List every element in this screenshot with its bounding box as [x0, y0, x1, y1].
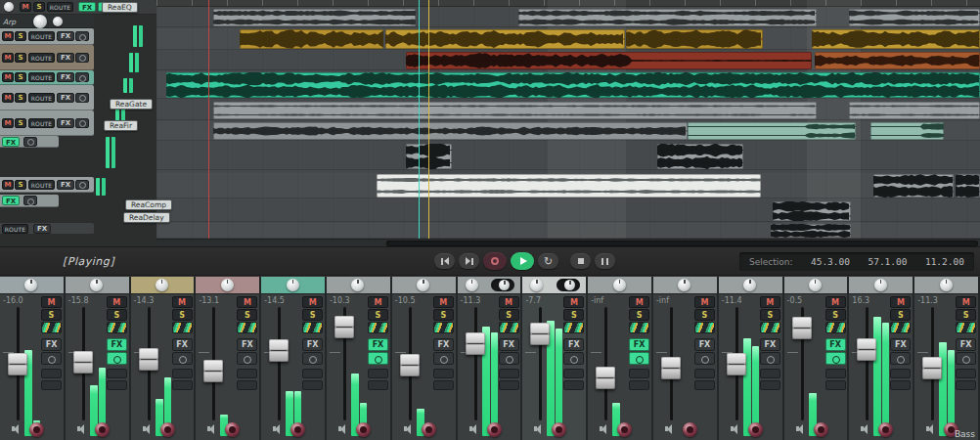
route-button[interactable]: ROUTE	[28, 72, 55, 82]
fx-button[interactable]: FX	[302, 338, 323, 351]
fx-bypass-button[interactable]	[75, 93, 89, 103]
pan-knob[interactable]	[678, 279, 690, 291]
speaker-icon[interactable]	[404, 426, 407, 431]
mute-button[interactable]: M	[2, 180, 14, 190]
speaker-icon[interactable]	[665, 426, 668, 431]
fader-track[interactable]	[474, 307, 477, 420]
fx-bypass-button[interactable]	[75, 31, 89, 41]
selection-start[interactable]: 45.3.00	[811, 256, 850, 267]
solo-button[interactable]: S	[368, 309, 388, 321]
solo-button[interactable]: S	[41, 309, 62, 321]
mute-button[interactable]: M	[890, 296, 911, 308]
record-arm-button[interactable]	[225, 422, 240, 437]
mute-button[interactable]: M	[2, 93, 14, 103]
record-arm-button[interactable]	[552, 422, 566, 437]
tcp-row[interactable]: MSROUTEFX	[0, 85, 94, 110]
fx-bypass-button[interactable]	[172, 352, 193, 365]
phase-button[interactable]	[825, 380, 846, 390]
fx-button[interactable]: FX	[956, 338, 976, 351]
fx-bypass-button[interactable]	[629, 352, 649, 365]
audio-clip[interactable]	[870, 122, 944, 140]
solo-button[interactable]: S	[33, 2, 45, 12]
env-button[interactable]	[890, 369, 911, 378]
solo-button[interactable]: S	[15, 180, 26, 190]
speaker-icon[interactable]	[77, 426, 80, 431]
mute-button[interactable]: M	[2, 118, 14, 128]
audio-clip[interactable]	[771, 224, 851, 238]
fx-bypass-button[interactable]	[368, 352, 388, 365]
pan-knob[interactable]	[24, 279, 37, 291]
fx-button[interactable]: FX	[237, 338, 257, 351]
go-to-end-button[interactable]	[459, 253, 479, 269]
mute-button[interactable]: M	[302, 296, 323, 308]
repeat-button[interactable]: ↻	[538, 253, 558, 269]
fx-button[interactable]: FX	[890, 338, 911, 351]
tcp-row[interactable]: ROUTEFX	[0, 223, 94, 235]
pan-knob[interactable]	[351, 279, 364, 291]
record-arm-button[interactable]	[878, 422, 893, 437]
record-arm-button[interactable]	[29, 422, 44, 437]
fx-button[interactable]: FX	[499, 338, 519, 351]
speaker-icon[interactable]	[600, 426, 602, 431]
routing-button[interactable]	[890, 322, 911, 333]
route-button[interactable]: ROUTE	[28, 118, 55, 128]
routing-button[interactable]	[563, 322, 584, 333]
solo-button[interactable]: S	[499, 309, 519, 321]
record-arm-button[interactable]	[748, 422, 763, 437]
pan-knob[interactable]	[940, 279, 953, 291]
fx-bypass-button[interactable]	[237, 352, 257, 365]
fx-button[interactable]: FX	[33, 224, 51, 234]
routing-button[interactable]	[41, 322, 62, 333]
env-button[interactable]	[41, 369, 62, 378]
env-button[interactable]	[368, 369, 388, 378]
mute-button[interactable]: M	[956, 296, 976, 308]
audio-clip[interactable]	[956, 174, 980, 198]
fx-button[interactable]: FX	[629, 338, 649, 351]
record-arm-button[interactable]	[422, 422, 436, 437]
tcp-row[interactable]: MSROUTEFX	[0, 177, 94, 193]
audio-clip[interactable]	[406, 52, 812, 69]
fx-plugin-pill[interactable]: ReaEQ	[102, 2, 138, 13]
audio-clip[interactable]	[815, 52, 980, 69]
speaker-icon[interactable]	[207, 426, 210, 431]
record-arm-button[interactable]	[487, 422, 502, 437]
mute-button[interactable]: M	[107, 296, 127, 308]
mute-button[interactable]: M	[825, 296, 846, 308]
pan-knob[interactable]	[53, 17, 63, 26]
phase-button[interactable]	[956, 380, 976, 390]
fx-plugin-pill[interactable]: ReaFir	[104, 120, 138, 131]
speaker-icon[interactable]	[861, 426, 864, 431]
route-button[interactable]: ROUTE	[47, 2, 73, 12]
fader-handle[interactable]	[269, 339, 289, 362]
fx-plugin-pill[interactable]: ReaGate	[110, 99, 153, 110]
route-button[interactable]: ROUTE	[28, 31, 55, 41]
fx-bypass-button[interactable]	[107, 352, 127, 365]
pan-knob[interactable]	[90, 279, 103, 291]
fx-bypass-button[interactable]	[825, 352, 846, 365]
solo-button[interactable]: S	[15, 118, 26, 128]
routing-button[interactable]	[107, 322, 127, 333]
pan-knob[interactable]	[809, 279, 822, 291]
audio-clip[interactable]	[657, 144, 743, 169]
routing-button[interactable]	[760, 322, 780, 333]
volume-knob[interactable]	[33, 15, 47, 28]
mute-button[interactable]: M	[20, 2, 31, 12]
audio-clip[interactable]	[385, 29, 625, 49]
audio-clip[interactable]	[873, 174, 954, 198]
fx-bypass-button[interactable]	[41, 352, 62, 365]
tcp-row[interactable]: MSROUTEFX	[0, 28, 94, 45]
record-arm-button[interactable]	[290, 422, 305, 437]
fx-bypass-button[interactable]	[563, 352, 584, 365]
pan-knob[interactable]	[417, 279, 429, 291]
solo-button[interactable]: S	[629, 309, 649, 321]
speaker-icon[interactable]	[338, 426, 341, 431]
solo-button[interactable]: S	[563, 309, 584, 321]
env-button[interactable]	[825, 369, 846, 378]
mute-button[interactable]: M	[368, 296, 388, 308]
pan-knob[interactable]	[4, 2, 14, 12]
fx-button[interactable]: FX	[57, 53, 74, 63]
fx-bypass-button[interactable]	[499, 352, 519, 365]
env-button[interactable]	[956, 369, 976, 378]
fader-handle[interactable]	[139, 348, 158, 371]
fx-button[interactable]: FX	[57, 31, 74, 41]
